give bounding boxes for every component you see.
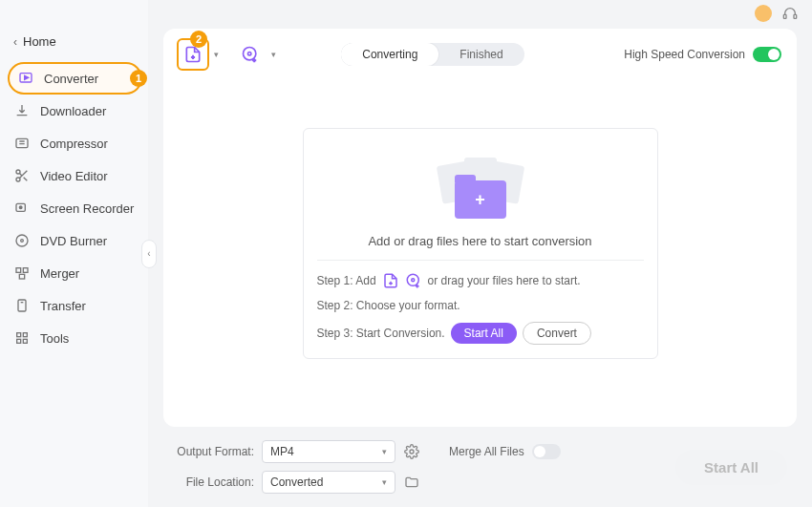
add-disc-chevron-down-icon[interactable]: ▾ (267, 50, 280, 59)
sidebar-item-label: Converter (44, 72, 98, 86)
output-format-label: Output Format: (173, 445, 254, 458)
svg-rect-1 (794, 14, 797, 18)
home-label: Home (23, 34, 56, 49)
start-all-pill[interactable]: Start All (451, 323, 517, 344)
merge-icon (13, 264, 31, 282)
callout-2: 2 (190, 31, 207, 48)
start-all-button[interactable]: Start All (675, 450, 787, 485)
svg-rect-0 (783, 14, 786, 18)
transfer-icon (13, 297, 31, 314)
disc-plus-icon[interactable] (405, 272, 422, 289)
callout-1: 1 (130, 70, 147, 87)
sidebar-item-label: Downloader (40, 104, 106, 118)
sidebar-item-tools[interactable]: Tools (0, 322, 148, 354)
sidebar-item-dvd-burner[interactable]: DVD Burner (0, 224, 148, 257)
sidebar-item-transfer[interactable]: Transfer (0, 289, 148, 322)
step-2: Step 2: Choose your format. (317, 299, 644, 312)
main-area: 2 ▾ ▾ Converting Finished High Speed Con… (148, 0, 812, 507)
step1-label-b: or drag your files here to start. (428, 274, 581, 287)
chevron-down-icon: ▾ (382, 447, 387, 456)
convert-pill[interactable]: Convert (523, 322, 591, 345)
svg-rect-12 (23, 268, 28, 273)
sidebar-item-label: Video Editor (40, 169, 108, 183)
file-plus-icon[interactable] (382, 272, 399, 289)
sidebar-item-label: Merger (40, 266, 79, 281)
svg-point-9 (16, 235, 28, 246)
sidebar-item-label: Compressor (40, 137, 108, 151)
svg-rect-11 (16, 268, 21, 273)
svg-marker-3 (25, 75, 29, 79)
sidebar-item-merger[interactable]: Merger (0, 257, 148, 289)
folder-illustration: + (438, 156, 524, 222)
folder-icon[interactable] (403, 474, 420, 491)
output-format-select[interactable]: MP4 ▾ (262, 440, 395, 463)
high-speed-toggle[interactable] (753, 47, 781, 62)
svg-point-10 (21, 240, 24, 243)
step1-label-a: Step 1: Add (317, 274, 376, 287)
download-icon (13, 102, 31, 119)
file-location-value: Converted (270, 475, 323, 489)
add-disc-button[interactable] (234, 38, 267, 71)
sidebar-item-converter[interactable]: Converter 1 (8, 62, 142, 95)
file-location-label: File Location: (173, 475, 254, 489)
drop-area[interactable]: + Add or drag files here to start conver… (303, 128, 658, 359)
step-1: Step 1: Add or drag your files here to s… (317, 272, 644, 289)
svg-point-19 (244, 48, 256, 60)
merge-all-toggle[interactable] (532, 444, 561, 459)
high-speed-label: High Speed Conversion (624, 48, 745, 61)
gear-icon[interactable] (403, 443, 420, 460)
tab-segment: Converting Finished (341, 43, 524, 66)
header-icons (755, 5, 799, 22)
plus-icon: + (475, 190, 485, 210)
svg-rect-18 (23, 339, 27, 343)
sidebar-item-label: Transfer (40, 299, 86, 313)
converter-icon (17, 70, 34, 87)
sidebar-item-label: Screen Recorder (40, 201, 134, 216)
scissors-icon (13, 167, 31, 184)
svg-rect-16 (23, 333, 27, 337)
svg-point-8 (19, 206, 22, 209)
home-link[interactable]: ‹ Home (0, 29, 148, 54)
svg-rect-15 (17, 333, 21, 337)
file-location-select[interactable]: Converted ▾ (262, 471, 395, 494)
grid-icon (13, 329, 31, 347)
svg-rect-14 (18, 300, 26, 311)
file-location-row: File Location: Converted ▾ (173, 471, 561, 494)
svg-point-20 (248, 53, 251, 55)
sidebar-item-downloader[interactable]: Downloader (0, 95, 148, 127)
disc-icon (13, 232, 31, 249)
sidebar: ‹ Home Converter 1 Downloader Compressor (0, 0, 148, 507)
collapse-sidebar-handle[interactable]: ‹ (141, 240, 157, 268)
sidebar-item-video-editor[interactable]: Video Editor (0, 159, 148, 192)
content-panel: 2 ▾ ▾ Converting Finished High Speed Con… (163, 29, 797, 427)
svg-point-21 (407, 274, 418, 285)
steps: Step 1: Add or drag your files here to s… (317, 260, 644, 345)
footer: Output Format: MP4 ▾ Merge All Files Fil… (163, 427, 797, 494)
avatar[interactable] (755, 5, 772, 22)
headset-icon[interactable] (781, 5, 799, 22)
sidebar-item-compressor[interactable]: Compressor (0, 127, 148, 159)
drop-text: Add or drag files here to start conversi… (368, 234, 591, 248)
svg-rect-17 (17, 339, 21, 343)
sidebar-item-screen-recorder[interactable]: Screen Recorder (0, 192, 148, 224)
svg-point-22 (411, 279, 414, 282)
step2-label: Step 2: Choose your format. (317, 299, 460, 312)
high-speed-row: High Speed Conversion (624, 47, 781, 62)
drop-visual: + Add or drag files here to start conver… (317, 146, 644, 260)
toolbar: 2 ▾ ▾ Converting Finished High Speed Con… (163, 29, 797, 80)
svg-point-23 (410, 450, 414, 454)
svg-point-6 (16, 178, 20, 181)
sidebar-item-label: DVD Burner (40, 234, 107, 248)
tab-converting[interactable]: Converting (341, 43, 438, 66)
add-file-button[interactable]: 2 (177, 38, 209, 71)
add-file-chevron-down-icon[interactable]: ▾ (209, 50, 223, 59)
svg-rect-13 (19, 274, 24, 279)
step-3: Step 3: Start Conversion. Start All Conv… (317, 322, 644, 345)
output-format-row: Output Format: MP4 ▾ Merge All Files (173, 440, 561, 463)
compress-icon (13, 135, 31, 152)
sidebar-item-label: Tools (40, 331, 69, 346)
output-format-value: MP4 (270, 445, 294, 458)
chevron-down-icon: ▾ (382, 477, 387, 487)
tab-finished[interactable]: Finished (438, 43, 524, 66)
record-icon (13, 200, 31, 217)
